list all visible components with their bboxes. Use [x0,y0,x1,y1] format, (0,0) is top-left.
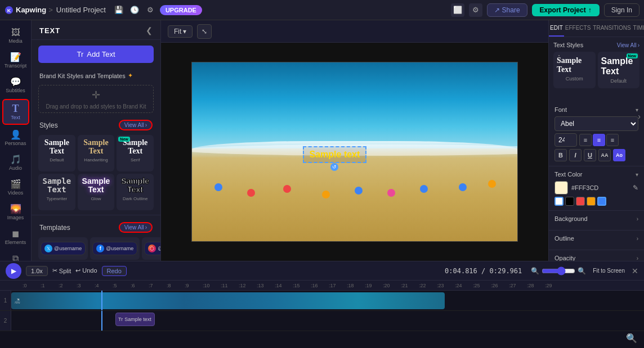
swatch-red[interactable] [576,197,585,206]
panel-collapse-button[interactable]: ❮ [146,26,153,35]
brand-drop-zone[interactable]: ✛ Drag and drop to add styles to Brand K… [38,85,154,113]
share-button[interactable]: ↗ Share [487,3,527,17]
view-all-templates-chevron-icon: › [145,224,147,231]
ts-card-default[interactable]: New Sample Text Default [598,52,640,88]
tool-personas[interactable]: 👤 Personas [2,127,29,150]
bold-button[interactable]: B [554,149,567,161]
right-tabs: EDIT EFFECTS TRANSITIONS TIMING [549,20,644,37]
view-all-styles-button[interactable]: View All › [119,120,153,130]
zoom-in-icon[interactable]: 🔍 [578,267,586,275]
tool-media[interactable]: 🖼 Media [2,25,29,47]
style-card-serif-label: Serif [131,157,140,162]
tool-elements[interactable]: ◼ Elements [2,226,29,248]
style-card-handwriting[interactable]: Sample Text Handwriting [78,135,115,171]
save-icon[interactable]: 💾 [113,4,125,16]
tab-transitions[interactable]: TRANSITIONS [592,20,632,37]
fit-button[interactable]: Fit ▾ [168,25,193,38]
tool-audio[interactable]: 🎵 Audio [2,152,29,174]
right-panel: EDIT EFFECTS TRANSITIONS TIMING Text Sty… [548,20,644,261]
underline-button[interactable]: U [584,149,596,161]
tool-images[interactable]: 🌄 Images [2,201,29,224]
template-facebook[interactable]: f @username [90,237,140,260]
color-edit-icon[interactable]: ✎ [633,184,638,192]
color-row: #FFF3CD ✎ [554,181,638,195]
video-track[interactable]: 🏖 [11,292,445,309]
text-track[interactable]: Tr Sample text [115,313,155,326]
upgrade-button[interactable]: UPGRADE [160,5,202,15]
fit-screen-button[interactable]: Fit to Screen [593,268,625,274]
tab-effects[interactable]: EFFECTS [564,20,592,37]
swatch-black[interactable] [565,197,574,206]
split-icon: ✂ [52,267,57,274]
redo-button[interactable]: Redo [102,266,127,276]
timeline-tracks: 1 🏖 2 Tr Sample text [0,291,644,348]
tool-subtitles-label: Subtitles [6,88,25,93]
ruler-18: :18 [347,283,354,288]
ts-more-icon[interactable]: ⋮ [555,53,563,62]
tool-text[interactable]: T Text [2,99,29,125]
view-all-templates-button[interactable]: View All › [119,222,153,233]
history-icon[interactable]: 🕓 [128,4,141,16]
align-left-button[interactable]: ≡ [579,134,592,146]
ts-card-custom-label: Custom [566,76,583,82]
speed-button[interactable]: 1.0x [26,266,48,276]
style-card-default[interactable]: Sample Text Default [38,135,75,171]
ruler-19: :19 [365,283,372,288]
swatch-blue[interactable] [597,197,606,206]
export-button[interactable]: Export Project ↑ [532,4,600,16]
styles-section-header: Styles View All › [32,115,160,133]
text-overlay-content: Sample text [310,150,360,160]
ts-grid-expand-icon[interactable]: › [558,112,644,121]
play-button[interactable]: ▶ [6,263,21,279]
tab-edit[interactable]: EDIT [549,20,564,37]
aspect-ratio-button[interactable]: ⤡ [197,24,212,39]
ts-card-custom[interactable]: ⋮ Sample Text Custom [553,52,596,88]
template-instagram[interactable]: ⬡ @usernam [142,237,161,260]
swatch-white[interactable] [554,197,564,206]
text-overlay[interactable]: Sample text ↺ [303,146,367,163]
ts-view-all[interactable]: View All › [617,42,639,48]
ruler-1: :1 [41,283,45,288]
tool-transcript-label: Transcript [5,63,27,69]
tab-timing[interactable]: TIMING [632,20,644,37]
tool-subtitles[interactable]: 💬 Subtitles [2,74,29,97]
settings-icon[interactable]: ⚙ [144,4,156,16]
align-right-button[interactable]: ≡ [606,134,619,146]
style-card-dark-outline[interactable]: Sample Text Dark Outline [117,174,154,210]
font-size-input[interactable] [554,133,577,147]
style-card-typewriter[interactable]: Sample Text Typewriter [38,174,75,210]
add-text-button[interactable]: Tr Add Text [38,46,154,63]
project-name[interactable]: Untitled Project [56,6,106,14]
case-button[interactable]: Ao [613,149,625,161]
main-color-swatch[interactable] [554,181,568,195]
uppercase-button[interactable]: AA [598,149,611,161]
italic-button[interactable]: I [569,149,582,161]
search-icon[interactable]: 🔍 [626,333,637,344]
style-card-dark-outline-label: Dark Outline [123,196,147,201]
style-card-typewriter-text: Sample Text [41,177,73,195]
zoom-out-icon[interactable]: 🔍 [531,267,539,275]
brand-drop-label: Drag and drop to add styles to Brand Kit [46,103,146,110]
zoom-slider[interactable] [542,266,575,275]
tool-transcript[interactable]: 📝 Transcript [2,49,29,72]
ruler-17: :17 [329,283,336,288]
video-track-frames: 🏖 [15,298,21,304]
template-twitter[interactable]: 𝕏 @username [38,237,88,260]
swatch-yellow[interactable] [587,197,596,206]
panel-title: TEXT [39,26,60,35]
close-timeline-icon[interactable]: ✕ [632,266,638,275]
align-center-button[interactable]: ≡ [593,134,605,146]
ruler-21: :21 [401,283,408,288]
undo-button[interactable]: ↩ Undo [75,267,97,274]
fullscreen-icon[interactable]: ⬜ [451,3,464,17]
style-card-serif[interactable]: New Sample Text Serif [117,135,154,171]
tool-layers[interactable]: ⧉ Layers [2,251,29,261]
text-track-label: Sample text [124,317,151,322]
signin-button[interactable]: Sign In [604,3,639,17]
split-button[interactable]: ✂ Split [52,267,71,274]
style-card-glow[interactable]: Sample Text Glow [78,174,115,210]
tool-videos[interactable]: 🎬 Videos [2,177,29,199]
text-rotate-handle[interactable]: ↺ [330,163,338,171]
background-label: Background [554,215,588,222]
settings-cog-icon[interactable]: ⚙ [469,3,482,17]
